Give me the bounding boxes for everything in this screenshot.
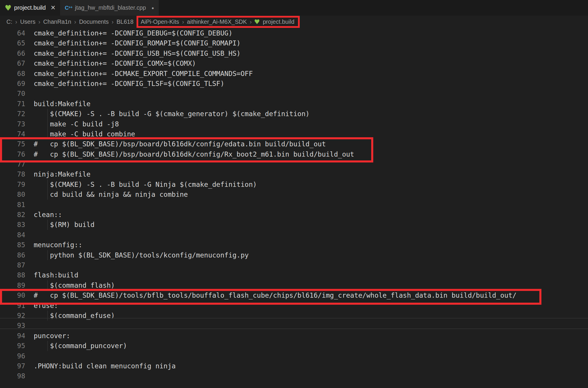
code-line[interactable]: 74 make -C build combine (0, 129, 588, 139)
code-text: cmake_definition+= -DCMAKE_EXPORT_COMPIL… (25, 69, 253, 79)
code-line[interactable]: 67cmake_definition+= -DCONFIG_COMX=$(COM… (0, 58, 588, 68)
modified-dot-icon[interactable]: ● (151, 6, 154, 10)
line-number: 67 (0, 58, 25, 68)
line-number: 75 (0, 139, 25, 149)
code-editor: 64cmake_definition+= -DCONFIG_DEBUG=$(CO… (0, 28, 588, 381)
code-line[interactable]: 89 $(command flash) (0, 280, 588, 290)
tab-project-build[interactable]: ♥ project.build × (0, 0, 60, 16)
code-text: .PHONY:build clean menuconfig ninja (25, 361, 176, 371)
code-line[interactable]: 98 (0, 371, 588, 381)
code-text: $(CMAKE) -S . -B build -G $(cmake_genera… (25, 109, 310, 119)
line-number: 92 (0, 311, 25, 321)
breadcrumb-item-aipi-open-kits[interactable]: AiPi-Open-Kits (140, 18, 180, 25)
code-line[interactable]: 83 $(RM) build (0, 220, 588, 230)
line-number: 71 (0, 99, 25, 109)
code-line[interactable]: 93 (0, 321, 588, 331)
line-number: 96 (0, 351, 25, 361)
heart-icon: ♥ (254, 19, 260, 25)
breadcrumb-item-chanra1n[interactable]: ChanRa1n (43, 18, 72, 25)
code-line[interactable]: 73 make -C build -j8 (0, 119, 588, 129)
chevron-right-icon: › (72, 18, 79, 25)
code-line[interactable]: 75# cp $(BL_SDK_BASE)/bsp/board/bl616dk/… (0, 139, 588, 149)
code-line[interactable]: 86 python $(BL_SDK_BASE)/tools/kconfig/m… (0, 250, 588, 260)
breadcrumb-item-bl618[interactable]: BL618 (116, 18, 134, 25)
tab-jtag-cpp[interactable]: C++ jtag_hw_mbftdi_blaster.cpp ● (60, 0, 159, 16)
code-text (25, 159, 34, 169)
line-number: 73 (0, 119, 25, 129)
code-line[interactable]: 97.PHONY:build clean menuconfig ninja (0, 361, 588, 371)
code-line[interactable]: 80 cd build && ninja && ninja combine (0, 189, 588, 199)
code-line[interactable]: 77 (0, 159, 588, 169)
code-line[interactable]: 71build:Makefile (0, 99, 588, 109)
code-text (25, 230, 34, 240)
code-line[interactable]: 69cmake_definition+= -DCONFIG_TLSF=$(CON… (0, 79, 588, 89)
breadcrumb-item-drive[interactable]: C: (6, 18, 13, 25)
code-line[interactable]: 82clean:: (0, 210, 588, 220)
code-line[interactable]: 87 (0, 260, 588, 270)
cpp-file-icon: C++ (65, 5, 72, 11)
tab-bar: ♥ project.build × C++ jtag_hw_mbftdi_bla… (0, 0, 588, 16)
code-text: # cp $(BL_SDK_BASE)/bsp/board/bl616dk/co… (25, 139, 326, 149)
code-line[interactable]: 85menuconfig:: (0, 240, 588, 250)
code-line[interactable]: 65cmake_definition+= -DCONFIG_ROMAPI=$(C… (0, 38, 588, 48)
code-line[interactable]: 88flash:build (0, 270, 588, 280)
line-number: 86 (0, 250, 25, 260)
code-text: cmake_definition+= -DCONFIG_DEBUG=$(CONF… (25, 28, 233, 38)
code-text: $(RM) build (25, 220, 95, 230)
code-line[interactable]: 64cmake_definition+= -DCONFIG_DEBUG=$(CO… (0, 28, 588, 38)
annotation-box-breadcrumb: AiPi-Open-Kits › aithinker_Ai-M6X_SDK › … (137, 16, 300, 28)
line-number: 79 (0, 179, 25, 189)
line-number: 81 (0, 200, 25, 210)
line-number: 70 (0, 89, 25, 99)
line-number: 90 (0, 290, 25, 300)
code-text: $(command_efuse) (25, 311, 115, 321)
line-number: 95 (0, 341, 25, 351)
line-number: 68 (0, 69, 25, 79)
code-line[interactable]: 84 (0, 230, 588, 240)
line-number: 78 (0, 169, 25, 179)
code-line[interactable]: 66cmake_definition+= -DCONFIG_USB_HS=$(C… (0, 48, 588, 58)
code-line[interactable]: 76# cp $(BL_SDK_BASE)/bsp/board/bl616dk/… (0, 149, 588, 159)
tab-label: project.build (14, 4, 46, 11)
code-line[interactable]: 90# cp $(BL_SDK_BASE)/tools/bflb_tools/b… (0, 290, 588, 300)
code-text: build:Makefile (25, 99, 91, 109)
chevron-right-icon: › (13, 18, 20, 25)
code-text: $(command_puncover) (25, 341, 127, 351)
line-number: 94 (0, 331, 25, 341)
code-text: $(command flash) (25, 280, 115, 290)
line-number: 89 (0, 280, 25, 290)
code-line[interactable]: 72 $(CMAKE) -S . -B build -G $(cmake_gen… (0, 109, 588, 119)
code-line[interactable]: 79 $(CMAKE) -S . -B build -G Ninja $(cma… (0, 179, 588, 189)
breadcrumb-item-aithinker-sdk[interactable]: aithinker_Ai-M6X_SDK (186, 18, 248, 25)
code-line[interactable]: 81 (0, 200, 588, 210)
breadcrumb-item-documents[interactable]: Documents (79, 18, 109, 25)
code-line[interactable]: 94puncover: (0, 331, 588, 341)
code-line[interactable]: 95 $(command_puncover) (0, 341, 588, 351)
code-line[interactable]: 70 (0, 89, 588, 99)
line-number: 93 (0, 321, 25, 331)
code-text (25, 260, 34, 270)
code-line[interactable]: 78ninja:Makefile (0, 169, 588, 179)
line-number: 72 (0, 109, 25, 119)
code-text: cmake_definition+= -DCONFIG_COMX=$(COMX) (25, 58, 196, 68)
line-number: 87 (0, 260, 25, 270)
code-text: efuse: (25, 301, 58, 311)
breadcrumb-item-file[interactable]: project.build (262, 18, 295, 25)
breadcrumb-item-users[interactable]: Users (20, 18, 36, 25)
line-number: 69 (0, 79, 25, 89)
line-number: 97 (0, 361, 25, 371)
chevron-right-icon: › (180, 18, 186, 25)
code-lines: 64cmake_definition+= -DCONFIG_DEBUG=$(CO… (0, 28, 588, 381)
line-number: 66 (0, 48, 25, 58)
line-number: 76 (0, 149, 25, 159)
code-text (25, 89, 34, 99)
code-line[interactable]: 68cmake_definition+= -DCMAKE_EXPORT_COMP… (0, 69, 588, 79)
line-number: 98 (0, 371, 25, 381)
line-number: 64 (0, 28, 25, 38)
code-line[interactable]: 92 $(command_efuse) (0, 311, 588, 321)
code-line[interactable]: 96 (0, 351, 588, 361)
close-icon[interactable]: × (51, 4, 55, 12)
code-text: cmake_definition+= -DCONFIG_TLSF=$(CONFI… (25, 79, 224, 89)
code-line[interactable]: 91efuse: (0, 301, 588, 311)
line-number: 88 (0, 270, 25, 280)
